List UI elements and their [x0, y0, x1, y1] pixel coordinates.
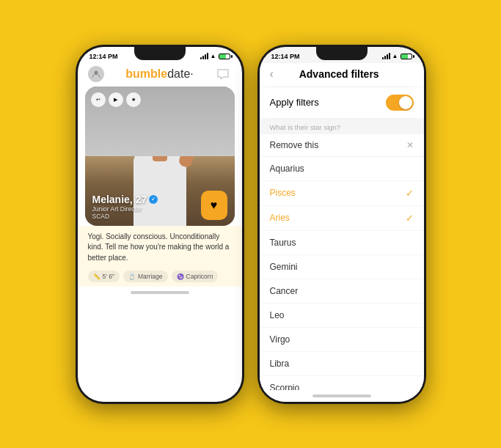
bio-text: Yogi. Socially conscious. Unconditionall…: [88, 232, 232, 264]
relationship-tag: 💍 Marriage: [123, 271, 168, 282]
undo-btn[interactable]: ↩: [91, 92, 106, 107]
left-phone: 12:14 PM ▲: [76, 45, 244, 404]
remove-this-label: Remove this: [270, 140, 319, 150]
remove-this-row[interactable]: Remove this ✕: [260, 134, 424, 157]
filters-title: Advanced filters: [279, 68, 399, 80]
zodiac-item-aquarius[interactable]: Aquarius: [260, 157, 424, 181]
zodiac-item-leo[interactable]: Leo: [260, 304, 424, 328]
wifi-icon-right: ▲: [392, 53, 398, 59]
like-button[interactable]: ♥: [201, 191, 227, 220]
superswipe-btn[interactable]: ★: [126, 92, 141, 107]
home-indicator-left: [78, 287, 242, 298]
zodiac-item-libra[interactable]: Libra: [260, 352, 424, 376]
apply-filters-section: Apply filters: [260, 87, 424, 118]
home-indicator-right: [260, 390, 424, 402]
apply-filters-toggle[interactable]: [386, 95, 414, 111]
height-tag: 📏 5' 6": [88, 271, 120, 282]
profile-bio: Yogi. Socially conscious. Unconditionall…: [78, 226, 242, 267]
profile-card: ↩ ▶ ★ Melanie, 27 ✓ Junior Art Director …: [85, 87, 235, 226]
bumble-logo: bumbledate·: [125, 67, 193, 81]
message-icon[interactable]: [215, 66, 231, 82]
time-left: 12:14 PM: [89, 53, 118, 60]
zodiac-list: Aquarius Pisces ✓ Aries ✓ Taurus Gemini …: [260, 157, 424, 390]
signal-icon: [200, 53, 208, 59]
time-right: 12:14 PM: [271, 53, 300, 60]
signal-icon-right: [382, 53, 390, 59]
aries-check: ✓: [406, 213, 414, 224]
ruler-icon: 📏: [93, 273, 100, 280]
zodiac-item-aries[interactable]: Aries ✓: [260, 206, 424, 231]
apply-filters-label: Apply filters: [270, 97, 319, 108]
filters-header: ‹ Advanced filters: [260, 63, 424, 87]
profile-icon[interactable]: [88, 66, 104, 82]
zodiac-item-pisces[interactable]: Pisces ✓: [260, 181, 424, 206]
battery-icon-right: [401, 54, 412, 59]
remove-x-icon[interactable]: ✕: [406, 140, 414, 150]
battery-icon: [219, 54, 230, 59]
status-icons-left: ▲: [200, 53, 230, 59]
profile-tags: 📏 5' 6" 💍 Marriage ♑ Capricorn: [78, 266, 242, 287]
zodiac-item-cancer[interactable]: Cancer: [260, 279, 424, 304]
app-header: bumbledate·: [78, 63, 242, 87]
zodiac-item-scorpio[interactable]: Scorpio: [260, 376, 424, 390]
right-phone: 12:14 PM ▲ ‹ Advanced filters A: [257, 45, 426, 404]
status-icons-right: ▲: [382, 53, 412, 59]
zodiac-tag: ♑ Capricorn: [172, 271, 219, 282]
wifi-icon: ▲: [211, 53, 216, 59]
profile-info-overlay: Melanie, 27 ✓ Junior Art Director SCAD ♥: [92, 191, 227, 220]
profile-job-title: Junior Art Director: [92, 205, 158, 213]
pisces-check: ✓: [406, 188, 414, 199]
profile-name: Melanie, 27 ✓: [92, 194, 158, 205]
star-sign-question: What is their star sign?: [260, 119, 424, 134]
zodiac-item-gemini[interactable]: Gemini: [260, 255, 424, 279]
zodiac-item-virgo[interactable]: Virgo: [260, 328, 424, 352]
back-button[interactable]: ‹: [270, 67, 274, 81]
notch: [134, 47, 186, 60]
zodiac-item-taurus[interactable]: Taurus: [260, 231, 424, 255]
verified-badge: ✓: [149, 195, 158, 204]
boost-btn[interactable]: ▶: [109, 92, 123, 107]
notch-right: [316, 47, 367, 60]
zodiac-icon: ♑: [177, 273, 184, 280]
profile-school: SCAD: [92, 213, 158, 220]
rings-icon: 💍: [128, 273, 136, 280]
photo-actions: ↩ ▶ ★: [91, 92, 141, 107]
